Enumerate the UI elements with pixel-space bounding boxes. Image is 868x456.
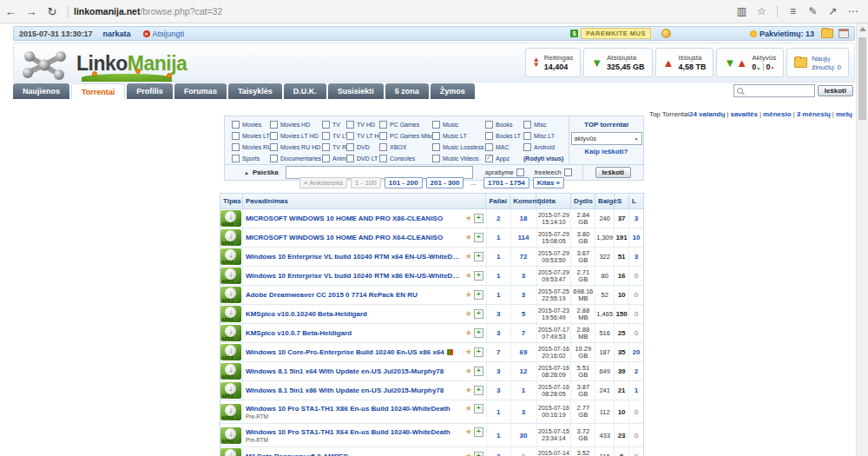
category-filter-tv[interactable]: TV bbox=[322, 121, 346, 129]
checkbox[interactable] bbox=[379, 155, 387, 162]
category-filter-xbox[interactable]: XBOX bbox=[379, 143, 432, 151]
checkbox[interactable] bbox=[432, 121, 440, 129]
files-count-link[interactable]: 2 bbox=[496, 215, 500, 222]
files-count-link[interactable]: 3 bbox=[496, 453, 500, 456]
checkbox[interactable] bbox=[523, 121, 531, 129]
bookmark-star-icon[interactable]: ★ bbox=[465, 215, 472, 222]
files-count-link[interactable]: 1 bbox=[496, 408, 500, 416]
files-count-link[interactable]: 7 bbox=[496, 348, 500, 356]
invites-label[interactable]: Pakvietimų: 13 bbox=[760, 30, 814, 38]
checkbox[interactable] bbox=[322, 121, 330, 129]
tab-taisyklės[interactable]: Taisyklės bbox=[228, 83, 282, 99]
page-link-kitas[interactable]: Kitas » bbox=[533, 177, 564, 188]
bookmark-star-icon[interactable]: ★ bbox=[465, 428, 472, 436]
comments-count-link[interactable]: 12 bbox=[520, 367, 528, 375]
download-icon[interactable]: + bbox=[474, 214, 483, 223]
bookmark-star-icon[interactable]: ★ bbox=[465, 453, 472, 456]
coin-icon[interactable] bbox=[661, 29, 671, 38]
comments-count-link[interactable]: 1 bbox=[522, 387, 525, 394]
reading-view-icon[interactable]: ▥ bbox=[732, 5, 752, 17]
category-filter-tv-lt-hd[interactable]: TV LT HD bbox=[346, 132, 379, 140]
appz-category-icon[interactable]: ↓APPZ bbox=[220, 363, 241, 380]
checkbox[interactable] bbox=[379, 143, 387, 151]
scroll-up-icon[interactable] bbox=[859, 27, 866, 31]
comments-count-link[interactable]: 5 bbox=[522, 310, 525, 318]
appz-category-icon[interactable]: ↓APPZ bbox=[220, 229, 241, 246]
category-filter-tv-lt[interactable]: TV LT bbox=[322, 132, 346, 140]
appz-category-icon[interactable]: ↓APPZ bbox=[220, 404, 241, 420]
download-icon[interactable]: + bbox=[474, 452, 483, 456]
category-filter-tv-ru[interactable]: TV RU bbox=[322, 143, 346, 151]
checkbox[interactable] bbox=[485, 143, 493, 151]
column-header-s[interactable]: S bbox=[615, 194, 629, 208]
checkbox[interactable] bbox=[346, 132, 354, 140]
top-period-link-savaitės[interactable]: savaitės bbox=[730, 110, 758, 118]
comments-count-link[interactable]: 114 bbox=[518, 234, 529, 241]
freeleech-checkbox[interactable] bbox=[564, 169, 572, 176]
bookmark-star-icon[interactable]: ★ bbox=[465, 387, 472, 394]
top-torrents-select[interactable]: aktyvūs ▼ bbox=[571, 132, 642, 145]
category-filter-movies-ru[interactable]: Movies RU bbox=[232, 143, 270, 151]
leechers-cell[interactable]: 1 bbox=[629, 381, 643, 400]
page-link-1701-1754[interactable]: 1701 - 1754 bbox=[483, 177, 529, 188]
bookmark-star-icon[interactable]: ★ bbox=[465, 272, 472, 280]
category-filter-books[interactable]: Books bbox=[485, 121, 523, 129]
leechers-cell[interactable]: 0 bbox=[629, 424, 643, 446]
download-icon[interactable]: + bbox=[474, 404, 483, 413]
category-filter-music-videos[interactable]: Music Videos bbox=[432, 155, 485, 162]
leechers-cell[interactable]: 3 bbox=[629, 209, 643, 228]
tab-susisiekti[interactable]: Susisiekti bbox=[328, 83, 384, 99]
category-filter-dvd[interactable]: DVD bbox=[346, 143, 379, 151]
torrent-title-link[interactable]: M3 Data Recovery v5 0-AMPED bbox=[246, 453, 348, 456]
checkbox[interactable] bbox=[322, 143, 330, 151]
torrent-title-link[interactable]: Adobe Dreamweaver CC 2015 0 7714 RePack … bbox=[246, 291, 418, 299]
checkbox[interactable] bbox=[322, 155, 330, 162]
download-icon[interactable]: + bbox=[474, 367, 483, 376]
comments-count-link[interactable]: 18 bbox=[520, 215, 528, 222]
quick-search-box[interactable] bbox=[733, 84, 815, 97]
category-filter-music[interactable]: Music bbox=[432, 121, 485, 129]
invites-folder-icon[interactable] bbox=[821, 29, 833, 38]
scrollbar-thumb[interactable] bbox=[858, 37, 866, 120]
more-icon[interactable]: ⋯ bbox=[843, 5, 863, 17]
category-filter-dvd-lt[interactable]: DVD LT bbox=[346, 155, 379, 162]
torrent-title-link[interactable]: Windows 10 Pro STA1-TH1 X86 En-us Build … bbox=[246, 405, 450, 413]
leechers-cell[interactable]: 0 bbox=[629, 324, 643, 342]
tab-torrentai[interactable]: Torrentai bbox=[71, 83, 125, 99]
leechers-cell[interactable]: 20 bbox=[629, 343, 643, 361]
appz-category-icon[interactable]: ↓APPZ bbox=[220, 268, 241, 284]
torrent-title-link[interactable]: MICROSOFT WINDOWS 10 HOME AND PRO X86-CL… bbox=[246, 215, 443, 222]
checkbox[interactable] bbox=[485, 132, 493, 140]
top-period-link-24-valandų[interactable]: 24 valandų bbox=[689, 110, 725, 118]
download-icon[interactable]: + bbox=[474, 233, 483, 242]
bookmark-star-icon[interactable]: ★ bbox=[465, 329, 472, 337]
collapse-arrow-icon[interactable]: ▲ bbox=[244, 170, 249, 175]
tab-forumas[interactable]: Forumas bbox=[174, 83, 227, 99]
category-filter-tv-hd[interactable]: TV HD bbox=[346, 121, 379, 129]
address-bar[interactable]: linkomanija.net/browse.php?cat=32 bbox=[74, 6, 732, 17]
bookmark-star-icon[interactable]: ★ bbox=[465, 367, 472, 375]
category-filter-music-lossless[interactable]: Music Lossless bbox=[432, 143, 485, 151]
top-period-link-metų[interactable]: metų bbox=[836, 110, 852, 118]
files-count-link[interactable]: 1 bbox=[496, 432, 500, 439]
comments-count-link[interactable]: 30 bbox=[520, 432, 528, 439]
comments-count-link[interactable]: 0 bbox=[522, 453, 525, 456]
files-count-link[interactable]: 3 bbox=[496, 329, 500, 337]
column-header-koment[interactable]: Koment. bbox=[510, 194, 536, 208]
web-note-icon[interactable]: ✎ bbox=[803, 5, 823, 17]
checkbox[interactable] bbox=[346, 155, 354, 162]
checkbox[interactable] bbox=[270, 155, 278, 162]
calendar-icon[interactable] bbox=[838, 29, 849, 38]
checkbox[interactable] bbox=[432, 143, 440, 151]
comments-count-link[interactable]: 3 bbox=[522, 408, 525, 416]
support-link[interactable]: $ PAREMKITE MUS bbox=[570, 28, 651, 39]
bookmark-star-icon[interactable]: ★ bbox=[465, 405, 472, 413]
category-filter-misc[interactable]: Misc bbox=[523, 121, 569, 129]
column-header-pavadinimas[interactable]: Pavadinimas bbox=[243, 194, 486, 208]
download-icon[interactable]: + bbox=[474, 271, 483, 281]
quick-search-input[interactable] bbox=[743, 86, 807, 96]
leechers-cell[interactable]: 0 bbox=[629, 447, 643, 456]
checkbox[interactable] bbox=[485, 121, 493, 129]
category-filter-movies[interactable]: Movies bbox=[232, 121, 270, 129]
files-count-link[interactable]: 3 bbox=[496, 387, 500, 394]
